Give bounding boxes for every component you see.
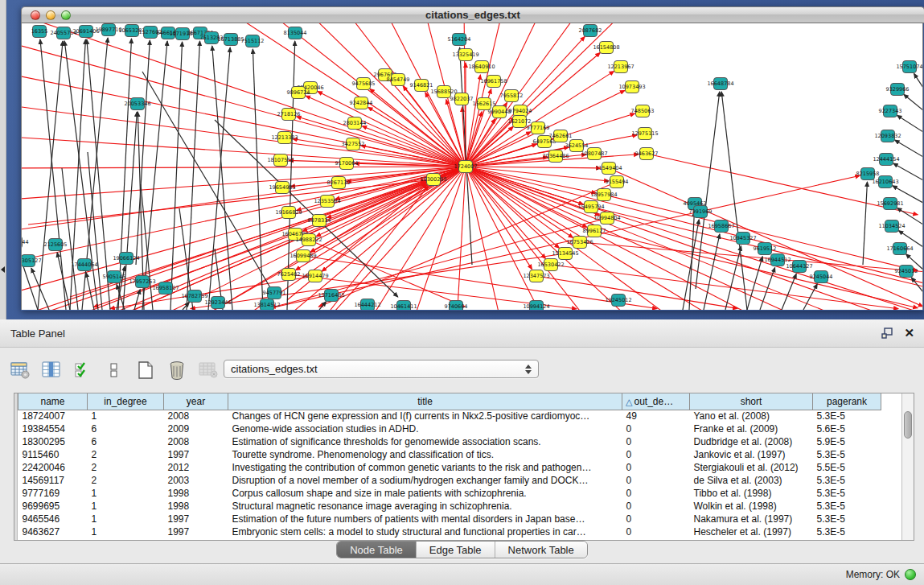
float-panel-icon[interactable] [881,328,893,339]
cell-pagerank[interactable]: 5.3E-5 [813,525,881,538]
yellow-node[interactable]: 7955812 [500,90,524,102]
cell-short[interactable]: Nakamura et al. (1997) [690,513,813,525]
yellow-node[interactable]: 9155494 [606,176,629,188]
cell-short[interactable]: de Silva et al. (2003) [690,474,813,487]
yellow-node[interactable]: 9146821 [410,80,433,92]
cell-title[interactable]: Corpus callosum shape and size in male p… [228,487,622,500]
cell-short[interactable]: Hescheler et al. (1997) [690,525,813,538]
cell-out_degree[interactable]: 0 [622,474,690,487]
cell-in_degree[interactable]: 2 [88,474,164,487]
column-header-short[interactable]: short [690,393,813,410]
cell-short[interactable]: Franke et al. (2009) [690,422,813,435]
table-row[interactable]: 1830029562008Estimation of significance … [18,435,881,448]
teal-node[interactable]: 13814512 [253,299,280,311]
cell-title[interactable]: Disruption of a novel member of a sodium… [228,474,622,487]
cell-year[interactable]: 2008 [164,435,228,448]
cell-pagerank[interactable]: 5.3E-5 [813,500,881,513]
table-row[interactable]: 2242004622012Investigating the contribut… [18,461,881,474]
cell-in_degree[interactable]: 2 [88,448,164,461]
cell-name[interactable]: 9465546 [18,513,88,525]
cell-pagerank[interactable]: 5.6E-5 [813,422,881,435]
yellow-node[interactable]: 12213383 [271,132,298,144]
teal-node[interactable]: 9329966 [886,84,910,96]
teal-node[interactable]: 12093832 [874,130,901,142]
cell-year[interactable]: 1998 [164,487,228,500]
teal-node[interactable]: 2087682 [579,25,602,37]
cell-in_degree[interactable]: 1 [88,410,164,422]
cell-pagerank[interactable]: 5.3E-5 [813,448,881,461]
yellow-node[interactable]: 16530422 [537,259,564,271]
teal-node[interactable]: 9245012 [895,266,918,278]
column-header-in_degree[interactable]: in_degree [88,393,164,410]
column-header-out_de[interactable]: △out_de… [622,393,690,410]
new-column-icon[interactable] [133,358,158,382]
cell-short[interactable]: Jankovic et al. (1997) [690,448,813,461]
yellow-node[interactable]: 9242844 [350,97,373,109]
cell-year[interactable]: 1997 [164,448,228,461]
teal-node[interactable]: 9227343 [879,105,902,117]
yellow-node[interactable]: 18640910 [468,61,495,73]
cell-out_degree[interactable]: 0 [622,461,690,474]
yellow-node[interactable]: 7485063 [631,105,655,117]
yellow-node[interactable]: 16154808 [593,42,619,54]
teal-node[interactable]: 7515112 [241,35,265,47]
yellow-node[interactable]: 16914479 [302,270,328,282]
teal-node[interactable]: 17444064 [71,259,97,271]
cell-year[interactable]: 1998 [164,500,228,513]
teal-node[interactable]: 16444212 [354,299,380,311]
yellow-node[interactable]: 2803144 [343,117,367,130]
teal-node[interactable]: 5164204 [448,34,471,46]
table-row[interactable]: 946554611997Estimation of the future num… [18,513,881,525]
teal-node[interactable]: 10994124 [523,301,549,311]
cell-pagerank[interactable]: 5.3E-5 [813,474,881,487]
vertical-scrollbar[interactable] [901,393,914,540]
select-all-icon[interactable] [71,358,95,382]
cell-out_degree[interactable]: 0 [622,525,690,538]
cell-name[interactable]: 18300295 [18,435,88,448]
teal-node[interactable]: 15692981 [877,198,903,210]
close-panel-icon[interactable]: ✕ [904,326,914,340]
table-row[interactable]: 1456911722003Disruption of a novel membe… [18,474,881,487]
cell-title[interactable]: Structural magnetic resonance image aver… [228,500,622,513]
teal-node[interactable]: 16355 [31,26,48,38]
cell-in_degree[interactable]: 6 [88,422,164,435]
cell-pagerank[interactable]: 5.5E-5 [813,461,881,474]
minimize-window-icon[interactable] [46,10,55,20]
cell-short[interactable]: Tibbo et al. (1998) [690,487,813,500]
yellow-node[interactable]: 3427552 [342,138,365,150]
teal-node[interactable]: 16648784 [707,78,733,90]
cell-in_degree[interactable]: 1 [88,500,164,513]
table-row[interactable]: 946362711997Embryonic stem cells: a mode… [18,525,881,538]
teal-node[interactable]: 13716485 [318,290,344,302]
teal-node[interactable]: 15751074 [896,61,922,73]
table-selector-dropdown[interactable]: citations_edges.txt [224,360,539,378]
table-settings-icon[interactable] [8,358,32,382]
cell-title[interactable]: Tourette syndrome. Phenomenology and cla… [228,448,622,461]
cell-short[interactable]: Dudbridge et al. (2008) [690,435,813,448]
cell-title[interactable]: Genome-wide association studies in ADHD. [228,422,622,435]
yellow-node[interactable]: 16753426 [566,237,593,249]
yellow-node[interactable]: 12975115 [631,128,658,140]
cell-name[interactable]: 19384554 [18,422,88,435]
yellow-node[interactable]: 19166829 [275,207,302,219]
yellow-node[interactable]: 19654985 [269,182,295,194]
cell-out_degree[interactable]: 0 [622,513,690,525]
yellow-node[interactable]: 15134545 [552,248,578,260]
cell-year[interactable]: 2009 [164,422,228,435]
teal-node[interactable]: 22665044 [22,237,29,249]
yellow-node[interactable]: 8267130 [327,177,351,189]
yellow-node[interactable]: 8878334 [308,215,331,227]
cell-year[interactable]: 1997 [164,525,228,538]
cell-name[interactable]: 9777169 [18,487,88,500]
column-header-title[interactable]: title [228,393,622,410]
cell-title[interactable]: Changes of HCN gene expression and I(f) … [228,410,622,422]
close-window-icon[interactable] [31,10,40,20]
cell-out_degree[interactable]: 49 [622,410,690,422]
cell-year[interactable]: 2003 [164,474,228,487]
yellow-node[interactable]: 12353594 [314,196,340,208]
yellow-node[interactable]: 13325419 [452,49,478,61]
yellow-node[interactable]: 12213967 [607,61,634,73]
teal-node[interactable]: 8135044 [284,27,307,39]
cell-year[interactable]: 2012 [164,461,228,474]
teal-node[interactable]: 9245044 [810,271,833,283]
